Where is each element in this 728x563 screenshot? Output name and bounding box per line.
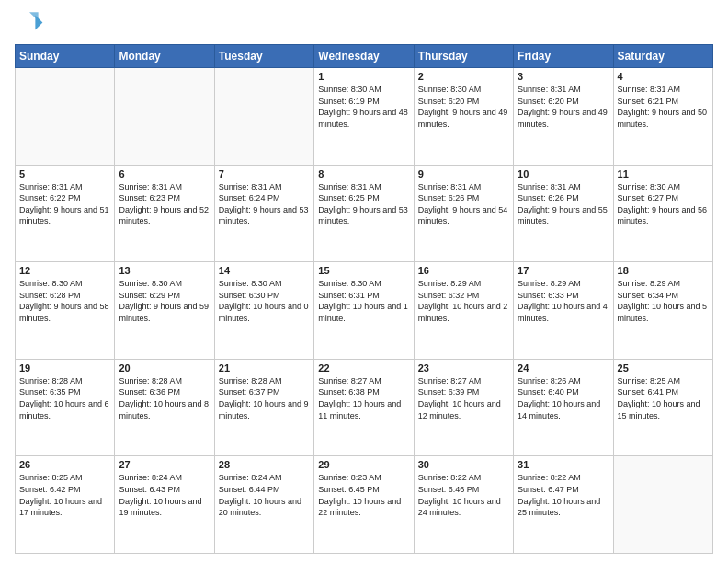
day-number: 2	[418, 71, 509, 82]
day-info: Sunrise: 8:31 AM Sunset: 6:26 PM Dayligh…	[418, 181, 509, 227]
day-number: 24	[518, 362, 609, 373]
day-number: 6	[119, 168, 210, 179]
day-number: 11	[618, 168, 709, 179]
day-number: 21	[219, 362, 310, 373]
day-number: 4	[618, 71, 709, 82]
day-info: Sunrise: 8:29 AM Sunset: 6:33 PM Dayligh…	[518, 278, 609, 324]
calendar-cell: 22Sunrise: 8:27 AM Sunset: 6:38 PM Dayli…	[314, 359, 414, 456]
calendar-cell	[16, 68, 115, 166]
calendar-cell	[115, 68, 214, 166]
calendar-cell: 23Sunrise: 8:27 AM Sunset: 6:39 PM Dayli…	[414, 359, 513, 456]
day-info: Sunrise: 8:30 AM Sunset: 6:28 PM Dayligh…	[19, 278, 110, 324]
day-info: Sunrise: 8:22 AM Sunset: 6:47 PM Dayligh…	[518, 472, 609, 518]
day-info: Sunrise: 8:29 AM Sunset: 6:34 PM Dayligh…	[618, 278, 709, 324]
calendar-week-4: 19Sunrise: 8:28 AM Sunset: 6:35 PM Dayli…	[16, 359, 713, 456]
calendar-table: SundayMondayTuesdayWednesdayThursdayFrid…	[15, 44, 713, 554]
day-number: 12	[19, 265, 110, 276]
calendar-cell: 16Sunrise: 8:29 AM Sunset: 6:32 PM Dayli…	[414, 262, 513, 360]
calendar-cell: 21Sunrise: 8:28 AM Sunset: 6:37 PM Dayli…	[214, 359, 313, 456]
calendar-cell: 7Sunrise: 8:31 AM Sunset: 6:24 PM Daylig…	[214, 165, 313, 262]
calendar-cell: 19Sunrise: 8:28 AM Sunset: 6:35 PM Dayli…	[16, 359, 115, 456]
day-number: 5	[19, 168, 110, 179]
day-header-tuesday: Tuesday	[214, 45, 313, 68]
day-header-thursday: Thursday	[414, 45, 513, 68]
day-header-sunday: Sunday	[16, 45, 115, 68]
calendar-cell: 31Sunrise: 8:22 AM Sunset: 6:47 PM Dayli…	[514, 456, 613, 554]
day-number: 7	[219, 168, 310, 179]
calendar-cell: 30Sunrise: 8:22 AM Sunset: 6:46 PM Dayli…	[414, 456, 513, 554]
day-info: Sunrise: 8:30 AM Sunset: 6:27 PM Dayligh…	[618, 181, 709, 227]
calendar-week-5: 26Sunrise: 8:25 AM Sunset: 6:42 PM Dayli…	[16, 456, 713, 554]
day-number: 9	[418, 168, 509, 179]
day-number: 30	[418, 459, 509, 470]
day-info: Sunrise: 8:28 AM Sunset: 6:36 PM Dayligh…	[119, 375, 210, 421]
day-info: Sunrise: 8:28 AM Sunset: 6:35 PM Dayligh…	[19, 375, 110, 421]
day-info: Sunrise: 8:27 AM Sunset: 6:38 PM Dayligh…	[318, 375, 409, 421]
day-number: 18	[618, 265, 709, 276]
calendar-cell: 2Sunrise: 8:30 AM Sunset: 6:20 PM Daylig…	[414, 68, 513, 166]
day-info: Sunrise: 8:31 AM Sunset: 6:25 PM Dayligh…	[318, 181, 409, 227]
day-number: 28	[219, 459, 310, 470]
day-info: Sunrise: 8:31 AM Sunset: 6:22 PM Dayligh…	[19, 181, 110, 227]
day-info: Sunrise: 8:31 AM Sunset: 6:20 PM Dayligh…	[518, 84, 609, 130]
day-info: Sunrise: 8:31 AM Sunset: 6:26 PM Dayligh…	[518, 181, 609, 227]
calendar-cell: 24Sunrise: 8:26 AM Sunset: 6:40 PM Dayli…	[514, 359, 613, 456]
day-header-monday: Monday	[115, 45, 214, 68]
day-number: 17	[518, 265, 609, 276]
day-info: Sunrise: 8:23 AM Sunset: 6:45 PM Dayligh…	[318, 472, 409, 518]
calendar-cell: 9Sunrise: 8:31 AM Sunset: 6:26 PM Daylig…	[414, 165, 513, 262]
calendar-cell: 18Sunrise: 8:29 AM Sunset: 6:34 PM Dayli…	[613, 262, 712, 360]
day-info: Sunrise: 8:27 AM Sunset: 6:39 PM Dayligh…	[418, 375, 509, 421]
day-info: Sunrise: 8:29 AM Sunset: 6:32 PM Dayligh…	[418, 278, 509, 324]
day-number: 27	[119, 459, 210, 470]
day-number: 16	[418, 265, 509, 276]
calendar-cell: 8Sunrise: 8:31 AM Sunset: 6:25 PM Daylig…	[314, 165, 414, 262]
calendar-cell: 15Sunrise: 8:30 AM Sunset: 6:31 PM Dayli…	[314, 262, 414, 360]
calendar-cell: 4Sunrise: 8:31 AM Sunset: 6:21 PM Daylig…	[613, 68, 712, 166]
day-number: 15	[318, 265, 409, 276]
day-number: 23	[418, 362, 509, 373]
day-info: Sunrise: 8:24 AM Sunset: 6:43 PM Dayligh…	[119, 472, 210, 518]
logo-icon	[15, 9, 44, 39]
calendar-cell: 6Sunrise: 8:31 AM Sunset: 6:23 PM Daylig…	[115, 165, 214, 262]
day-info: Sunrise: 8:30 AM Sunset: 6:31 PM Dayligh…	[318, 278, 409, 324]
day-number: 3	[518, 71, 609, 82]
calendar-cell: 10Sunrise: 8:31 AM Sunset: 6:26 PM Dayli…	[514, 165, 613, 262]
day-info: Sunrise: 8:31 AM Sunset: 6:24 PM Dayligh…	[219, 181, 310, 227]
calendar-cell	[613, 456, 712, 554]
calendar-cell	[214, 68, 313, 166]
day-info: Sunrise: 8:30 AM Sunset: 6:30 PM Dayligh…	[219, 278, 310, 324]
calendar-cell: 1Sunrise: 8:30 AM Sunset: 6:19 PM Daylig…	[314, 68, 414, 166]
logo	[15, 9, 48, 39]
header	[15, 9, 713, 39]
calendar-week-1: 1Sunrise: 8:30 AM Sunset: 6:19 PM Daylig…	[16, 68, 713, 166]
calendar-cell: 17Sunrise: 8:29 AM Sunset: 6:33 PM Dayli…	[514, 262, 613, 360]
calendar-cell: 11Sunrise: 8:30 AM Sunset: 6:27 PM Dayli…	[613, 165, 712, 262]
day-number: 10	[518, 168, 609, 179]
day-info: Sunrise: 8:31 AM Sunset: 6:23 PM Dayligh…	[119, 181, 210, 227]
calendar-header-row: SundayMondayTuesdayWednesdayThursdayFrid…	[16, 45, 713, 68]
day-header-friday: Friday	[514, 45, 613, 68]
day-info: Sunrise: 8:28 AM Sunset: 6:37 PM Dayligh…	[219, 375, 310, 421]
day-info: Sunrise: 8:30 AM Sunset: 6:19 PM Dayligh…	[318, 84, 409, 130]
calendar-cell: 13Sunrise: 8:30 AM Sunset: 6:29 PM Dayli…	[115, 262, 214, 360]
day-number: 8	[318, 168, 409, 179]
calendar-cell: 26Sunrise: 8:25 AM Sunset: 6:42 PM Dayli…	[16, 456, 115, 554]
day-info: Sunrise: 8:31 AM Sunset: 6:21 PM Dayligh…	[618, 84, 709, 130]
day-number: 14	[219, 265, 310, 276]
day-number: 19	[19, 362, 110, 373]
calendar-cell: 12Sunrise: 8:30 AM Sunset: 6:28 PM Dayli…	[16, 262, 115, 360]
day-info: Sunrise: 8:30 AM Sunset: 6:20 PM Dayligh…	[418, 84, 509, 130]
day-header-saturday: Saturday	[613, 45, 712, 68]
day-info: Sunrise: 8:26 AM Sunset: 6:40 PM Dayligh…	[518, 375, 609, 421]
day-info: Sunrise: 8:22 AM Sunset: 6:46 PM Dayligh…	[418, 472, 509, 518]
calendar-cell: 29Sunrise: 8:23 AM Sunset: 6:45 PM Dayli…	[314, 456, 414, 554]
calendar-cell: 25Sunrise: 8:25 AM Sunset: 6:41 PM Dayli…	[613, 359, 712, 456]
day-number: 29	[318, 459, 409, 470]
day-number: 13	[119, 265, 210, 276]
calendar-cell: 5Sunrise: 8:31 AM Sunset: 6:22 PM Daylig…	[16, 165, 115, 262]
calendar-week-2: 5Sunrise: 8:31 AM Sunset: 6:22 PM Daylig…	[16, 165, 713, 262]
svg-marker-1	[29, 12, 39, 21]
day-number: 31	[518, 459, 609, 470]
day-number: 26	[19, 459, 110, 470]
